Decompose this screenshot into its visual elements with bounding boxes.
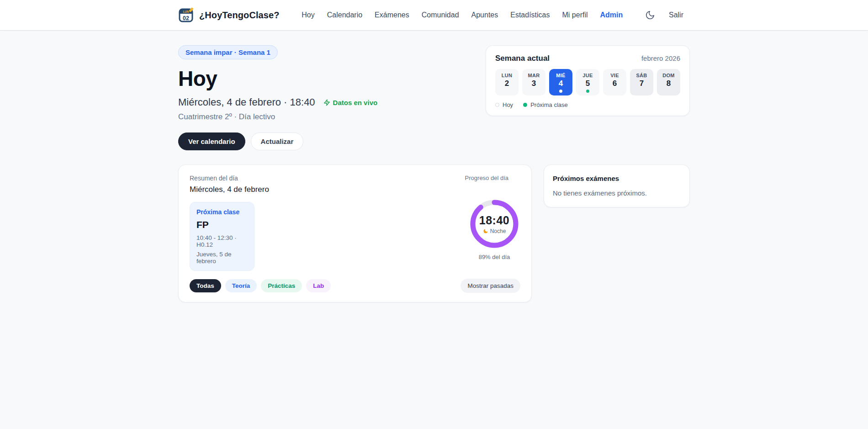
current-time: 18:40 [479,214,509,227]
term-info: Cuatrimestre 2º · Día lectivo [178,112,377,122]
day-number: 7 [640,79,644,88]
day-name: DOM [662,73,675,78]
nav-item[interactable]: Comunidad [422,11,459,19]
exams-card-title: Próximos exámenes [553,175,681,182]
legend-label: Hoy [503,101,513,108]
day-number: 6 [613,79,617,88]
day-cell[interactable]: MIÉ 4 [549,69,572,95]
summary-kicker: Resumen del día [190,175,269,182]
filter-chip[interactable]: Prácticas [261,279,302,292]
legend-marker-dot [523,103,527,107]
day-cell[interactable]: DOM 8 [657,69,680,95]
week-parity-badge: Semana impar · Semana 1 [178,45,278,59]
svg-text:LUN: LUN [183,10,189,13]
day-name: SÁB [636,73,647,78]
live-data-indicator: Datos en vivo [323,99,378,106]
next-class-time-room: 10:40 - 12:30 · H0.12 [196,234,248,248]
app-logo-calendar-icon: LUN 02 [178,7,195,23]
logout-button[interactable]: Salir [669,11,683,19]
day-cell[interactable]: SÁB 7 [630,69,653,95]
nav-item[interactable]: Exámenes [375,11,409,19]
legend-label: Próxima clase [530,101,568,108]
nav-item[interactable]: Estadísticas [510,11,550,19]
legend-item: Próxima clase [523,101,568,108]
filter-chip[interactable]: Todas [190,279,221,292]
refresh-button[interactable]: Actualizar [251,132,304,150]
show-past-button[interactable]: Mostrar pasadas [460,279,520,293]
day-name: JUE [582,73,593,78]
main-nav: HoyCalendarioExámenesComunidadApuntesEst… [280,11,645,19]
day-number: 2 [505,79,509,88]
day-name: VIE [610,73,619,78]
lightning-bolt-icon [323,99,330,106]
svg-text:02: 02 [183,15,189,21]
nav-item[interactable]: Mi perfil [562,11,588,19]
upcoming-exams-card: Próximos exámenes No tienes exámenes pró… [544,164,690,207]
nav-item[interactable]: Apuntes [471,11,498,19]
app-title: ¿HoyTengoClase? [199,10,280,21]
night-moon-icon [483,228,488,234]
day-cell[interactable]: MAR 3 [522,69,545,95]
day-name: MIÉ [556,73,565,78]
day-cell[interactable]: LUN 2 [495,69,519,95]
nav-item[interactable]: Calendario [327,11,362,19]
day-cell[interactable]: VIE 6 [603,69,626,95]
day-number: 3 [532,79,536,88]
day-cell[interactable]: JUE 5 [576,69,599,95]
next-class-day: Jueves, 5 de febrero [196,251,248,265]
moon-icon [645,10,655,20]
day-marker-dot [586,90,589,93]
hero-section: Semana impar · Semana 1 Hoy Miércoles, 4… [178,45,690,150]
next-class-card[interactable]: Próxima clase FP 10:40 - 12:30 · H0.12 J… [190,202,254,271]
day-name: MAR [528,73,540,78]
week-card-title: Semana actual [495,54,550,63]
week-legend: Hoy Próxima clase [495,101,680,108]
day-number: 5 [586,79,590,88]
page-title: Hoy [178,66,377,91]
view-calendar-button[interactable]: Ver calendario [178,132,245,150]
progress-label: Progreso del día [465,175,520,194]
day-marker-dot [559,90,562,93]
week-days-row: LUN 2 MAR 3 MIÉ 4 JUE 5 VIE 6 [495,69,680,95]
day-number: 4 [559,79,563,88]
exams-empty-message: No tienes exámenes próximos. [553,189,681,197]
day-progress-widget: 18:40 Noche 89% del día [470,199,520,271]
progress-caption: 89% del día [479,254,510,260]
legend-marker-dot [495,103,499,107]
summary-date: Miércoles, 4 de febrero [190,185,269,194]
next-class-tag: Próxima clase [196,208,248,216]
day-period: Noche [483,228,506,234]
filter-chip[interactable]: Teoría [225,279,257,292]
day-number: 8 [667,79,671,88]
day-summary-card: Resumen del día Miércoles, 4 de febrero … [178,164,532,302]
current-date-time: Miércoles, 4 de febrero · 18:40 [178,96,315,108]
day-name: LUN [502,73,513,78]
nav-item[interactable]: Hoy [302,11,314,19]
theme-toggle-button[interactable] [645,10,655,20]
class-filter-chips: TodasTeoríaPrácticasLab [190,279,331,292]
current-week-card: Semana actual febrero 2026 LUN 2 MAR 3 M… [486,45,690,116]
week-card-month: febrero 2026 [641,54,680,62]
legend-item: Hoy [495,101,513,108]
top-navbar: LUN 02 ¿HoyTengoClase? HoyCalendarioExám… [0,0,868,30]
filter-chip[interactable]: Lab [306,279,331,292]
next-class-subject: FP [196,219,248,230]
brand-home-link[interactable]: LUN 02 ¿HoyTengoClase? [178,7,280,23]
nav-item[interactable]: Admin [600,11,623,19]
